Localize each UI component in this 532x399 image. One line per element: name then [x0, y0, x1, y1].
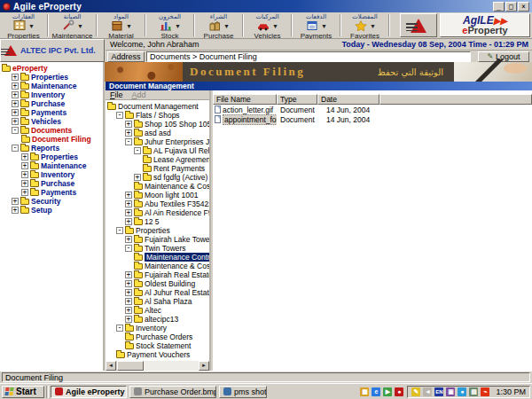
expand-icon[interactable]: +: [21, 180, 28, 187]
expand-icon[interactable]: +: [21, 189, 28, 196]
expand-icon[interactable]: +: [125, 316, 132, 323]
tree-item-altecipc13[interactable]: +altecipc13: [106, 315, 209, 324]
agile-red-icon[interactable]: ●: [395, 387, 403, 396]
chevron-down-icon[interactable]: ▼: [77, 23, 83, 30]
tree-item-maintenance-costs[interactable]: Maintenance & Costs: [106, 262, 209, 270]
tree-item-abu-textiles-f35422323[interactable]: +Abu Textiles F35422323: [106, 200, 209, 208]
expand-icon[interactable]: +: [21, 162, 28, 169]
tree-item-fujairah-real-estates[interactable]: +Fujairah Real Estates: [106, 270, 209, 279]
power-icon[interactable]: ⌁: [481, 387, 489, 396]
expand-icon[interactable]: +: [125, 280, 132, 287]
maximize-button[interactable]: □: [505, 2, 517, 12]
expand-icon[interactable]: +: [125, 192, 132, 199]
column-header-file-name[interactable]: File Name: [213, 94, 277, 105]
tree-item-juhur-enterprises-juk-101[interactable]: -Juhur Enterprises JUK 101: [106, 137, 209, 146]
messenger-icon[interactable]: ●: [458, 387, 466, 396]
pencil-icon[interactable]: ✎: [411, 387, 420, 396]
collapse-icon[interactable]: -: [134, 147, 141, 154]
column-header-date[interactable]: Date: [317, 94, 379, 105]
chevron-down-icon[interactable]: ▼: [28, 23, 35, 30]
tree-item-sd-fgdfg-active-[interactable]: +sd fgdfg (Active): [106, 173, 209, 182]
tree-item-twin-towers[interactable]: -Twin Towers: [106, 244, 209, 253]
chevron-down-icon[interactable]: ▼: [175, 23, 181, 30]
tree-item-lease-agreements[interactable]: Lease Agreements: [106, 155, 209, 164]
expand-icon[interactable]: +: [134, 174, 141, 181]
sidebar-item-inventory[interactable]: +Inventory: [0, 90, 103, 99]
address-field[interactable]: Documents > Document Filing: [146, 51, 471, 62]
column-header-type[interactable]: Type: [277, 94, 317, 105]
tree-item-rent-payments[interactable]: Rent Payments: [106, 164, 209, 173]
expand-icon[interactable]: +: [12, 100, 19, 107]
horizontal-scrollbar[interactable]: ◄ ►: [106, 360, 209, 371]
media-player-icon[interactable]: ▶: [383, 387, 392, 396]
sidebar-item-properties[interactable]: +Properties: [0, 73, 103, 82]
sidebar-item-maintenance[interactable]: +Maintenance: [0, 161, 103, 170]
tree-item-flats-shops[interactable]: -Flats / Shops: [106, 111, 209, 120]
scroll-thumb[interactable]: [117, 361, 144, 371]
scroll-right-button[interactable]: ►: [199, 361, 209, 371]
image-viewer-icon[interactable]: ▦: [360, 387, 369, 396]
tree-item-12-5[interactable]: +12 5: [106, 217, 209, 226]
address-button[interactable]: Address: [107, 51, 145, 62]
tree-item-oldest-building[interactable]: +Oldest Building: [106, 279, 209, 288]
sidebar-item-payments[interactable]: +Payments: [0, 108, 103, 117]
chevron-down-icon[interactable]: ▼: [223, 23, 230, 30]
tree-item-shop-105-shop-105-for-canteen[interactable]: +Shop 105 Shop 105 for Canteen: [106, 120, 209, 129]
tree-item-properties[interactable]: -Properties: [106, 226, 209, 235]
tree-item-fujairah-lake-towers[interactable]: +Fujairah Lake Towers: [106, 235, 209, 244]
expand-icon[interactable]: +: [125, 121, 132, 128]
sidebar-item-security[interactable]: +Security: [0, 197, 103, 206]
expand-icon[interactable]: +: [12, 109, 19, 116]
close-button[interactable]: ×: [518, 2, 529, 12]
sidebar-item-purchase[interactable]: +Purchase: [0, 99, 103, 108]
task-button-pms-shots[interactable]: pms shots: [219, 386, 267, 398]
expand-icon[interactable]: +: [125, 289, 132, 296]
sidebar-item-purchase[interactable]: +Purchase: [0, 179, 103, 188]
expand-icon[interactable]: +: [12, 207, 19, 214]
toolbar-button-payments[interactable]: الدفعات▼Payments: [293, 12, 340, 38]
tree-item-al-ain-residence-f93939[interactable]: +Al Ain Residence F93939: [106, 208, 209, 217]
scroll-track[interactable]: [144, 361, 199, 371]
internet-explorer-icon[interactable]: e: [372, 387, 380, 396]
chevron-down-icon[interactable]: ▼: [126, 23, 132, 30]
toolbar-button-maintenance[interactable]: الصيانة▼Maintenance: [49, 12, 96, 38]
sidebar-item-maintenance[interactable]: +Maintenance: [0, 82, 103, 90]
toolbar-button-stock[interactable]: المخزون▼Stock: [146, 12, 193, 38]
volume-icon[interactable]: ◄: [423, 387, 432, 396]
file-name-cell[interactable]: action_letter.gif: [213, 106, 277, 114]
display-icon[interactable]: ▣: [446, 387, 455, 396]
tree-item-document-management[interactable]: Document Management: [106, 102, 209, 111]
collapse-icon[interactable]: -: [125, 245, 132, 252]
tree-item-al-fujava-ul-rehiman-active-[interactable]: -AL Fujava Ul Rehiman (Active): [106, 146, 209, 155]
tree-item-al-saha-plaza[interactable]: +Al Saha Plaza: [106, 297, 209, 306]
chevron-down-icon[interactable]: ▼: [272, 23, 278, 30]
minimize-button[interactable]: _: [493, 2, 505, 12]
expand-icon[interactable]: +: [125, 271, 132, 278]
chevron-down-icon[interactable]: ▼: [370, 23, 376, 30]
expand-icon[interactable]: +: [21, 153, 28, 160]
task-button-purchase-order-bmp-paint[interactable]: Purchase Order.bmp - Paint: [129, 386, 216, 398]
expand-icon[interactable]: +: [21, 171, 28, 178]
sidebar-item-document-filing[interactable]: Document Filing: [0, 135, 103, 144]
tree-item-payment-vouchers[interactable]: Payment Vouchers: [106, 350, 209, 359]
sidebar-item-inventory[interactable]: +Inventory: [0, 170, 103, 179]
lang-en-icon[interactable]: EN: [434, 387, 443, 396]
expand-icon[interactable]: +: [12, 91, 19, 98]
file-row[interactable]: appointment_form...Document14 Jun, 2004: [213, 114, 532, 124]
expand-icon[interactable]: +: [12, 82, 19, 90]
tree-item-maintenance-costs[interactable]: Maintenance & Costs: [106, 182, 209, 191]
expand-icon[interactable]: +: [125, 129, 132, 137]
expand-icon[interactable]: +: [125, 298, 132, 305]
tree-item-stock-statement[interactable]: Stock Statement: [106, 341, 209, 350]
menu-item-add[interactable]: Add: [132, 90, 146, 99]
expand-icon[interactable]: +: [12, 118, 19, 125]
tree-item-purchase-orders[interactable]: Purchase Orders: [106, 332, 209, 341]
collapse-icon[interactable]: -: [116, 325, 123, 332]
start-button[interactable]: Start: [2, 386, 44, 398]
expand-icon[interactable]: +: [125, 200, 132, 207]
collapse-icon[interactable]: -: [12, 127, 19, 134]
sidebar-item-reports[interactable]: -Reports: [0, 144, 103, 153]
sidebar-item-documents[interactable]: -Documents: [0, 126, 103, 135]
tree-item-al-juhur-real-estates[interactable]: +Al Juhur Real Estates: [106, 288, 209, 297]
tree-item-altec[interactable]: +Altec: [106, 306, 209, 315]
